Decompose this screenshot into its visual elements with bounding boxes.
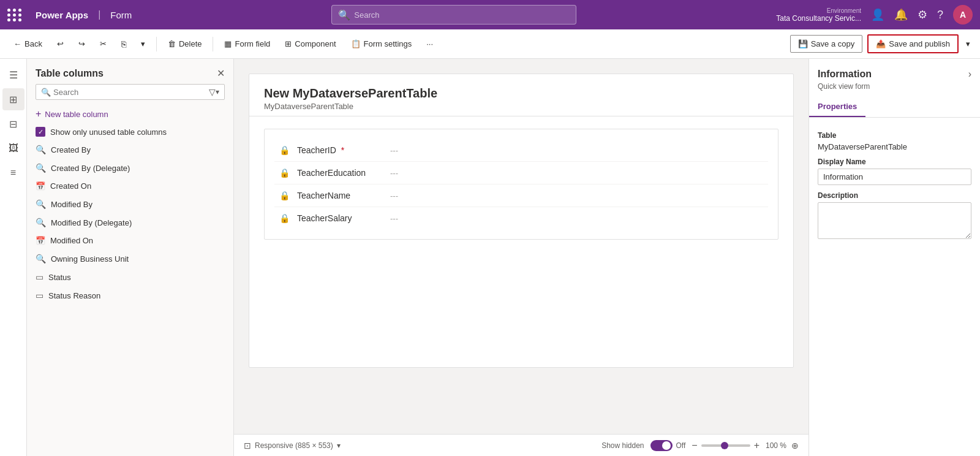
responsive-dropdown-icon: ▾ [337,441,341,450]
responsive-indicator[interactable]: ⊡ Responsive (885 × 553) ▾ [244,441,341,450]
delete-button[interactable]: 🗑 Delete [162,36,208,51]
list-item[interactable]: 🔍Modified By (Delegate) [27,213,233,232]
list-item[interactable]: 🔍Owning Business Unit [27,249,233,268]
copy-button[interactable]: ⎘ [115,36,132,52]
right-panel-subtitle: Quick view form [809,82,980,97]
save-publish-button[interactable]: 📤 Save and publish [867,34,959,53]
description-label: Description [818,191,971,200]
back-button[interactable]: ← Back [7,36,48,51]
list-item[interactable]: 🔍Created By (Delegate) [27,159,233,177]
zoom-slider[interactable] [701,444,750,447]
new-column-button[interactable]: + New table column [27,105,233,123]
search-icon: 🔍 [36,254,46,264]
columns-close-button[interactable]: ✕ [217,67,225,79]
save-publish-dropdown[interactable]: ▾ [963,36,973,51]
environment-label: Environment [776,7,861,14]
form-field-row[interactable]: 🔒 TeacherName --- [274,184,768,207]
redo-icon: ↪ [78,39,85,48]
form-card[interactable]: New MyDataverseParentTable MyDataversePa… [249,74,794,368]
help-icon[interactable]: ? [937,9,943,21]
menu-icon[interactable]: ☰ [2,64,24,86]
lock-icon: 🔒 [279,168,290,178]
bottom-controls: Show hidden Off − + 100 % ⊕ [601,440,799,451]
columns-panel-title: Table columns [36,68,104,79]
list-item[interactable]: 🔍Created By [27,140,233,159]
checkmark-icon: ✓ [38,128,43,136]
right-panel-title: Information [818,69,872,80]
right-panel-expand-icon[interactable]: › [968,69,971,80]
list-icon: ▭ [36,291,43,300]
canvas-area: New MyDataverseParentTable MyDataversePa… [234,59,809,456]
dashboard-icon[interactable]: ⊞ [2,88,24,110]
environment-name: Tata Consultancy Servic... [776,14,861,23]
columns-search-box[interactable]: 🔍 ▽ ▾ [36,84,225,100]
list-item[interactable]: ▭Status Reason [27,286,233,305]
filter-icon[interactable]: ▽ [209,87,216,97]
more-button[interactable]: ··· [420,36,439,51]
form-section: 🔒 TeacherID * --- 🔒 TeacherEducation ---… [264,129,778,240]
canvas-inner: New MyDataverseParentTable MyDataversePa… [234,59,809,434]
description-textarea[interactable] [818,202,971,239]
lock-icon: 🔒 [279,213,290,223]
form-settings-button[interactable]: 📋 Form settings [345,36,418,51]
form-field-row[interactable]: 🔒 TeacherSalary --- [274,207,768,229]
image-icon[interactable]: 🖼 [2,137,24,159]
undo-button[interactable]: ↩ [51,36,70,51]
bell-icon[interactable]: 🔔 [894,8,908,21]
zoom-minus-button[interactable]: − [692,440,697,451]
column-list: 🔍Created By🔍Created By (Delegate)📅Create… [27,140,233,456]
icon-strip: ☰ ⊞ ⊟ 🖼 ≡ [0,59,27,456]
zoom-thumb[interactable] [721,442,728,449]
topbar-separator: | [98,9,100,20]
gear-icon[interactable]: ⚙ [918,8,927,21]
column-name: Modified On [50,236,93,245]
list-item[interactable]: 📅Modified On [27,232,233,249]
filter-dropdown-icon[interactable]: ▾ [216,88,219,96]
toolbar: ← Back ↩ ↪ ✂ ⎘ ▾ 🗑 Delete ▦ Form field ⊞… [0,29,980,59]
display-name-label: Display Name [818,158,971,166]
list-item[interactable]: 🔍Modified By [27,195,233,213]
bottom-bar: ⊡ Responsive (885 × 553) ▾ Show hidden O… [234,434,809,456]
form-field-button[interactable]: ▦ Form field [218,36,276,51]
table-icon[interactable]: ⊟ [2,113,24,135]
person-icon[interactable]: 👤 [871,8,884,21]
form-field-row[interactable]: 🔒 TeacherEducation --- [274,162,768,184]
list-item[interactable]: ▭Status [27,268,233,286]
cut-button[interactable]: ✂ [94,36,113,51]
columns-search-input[interactable] [53,88,209,97]
copy-dropdown-button[interactable]: ▾ [135,36,151,51]
show-hidden-label: Show hidden [601,441,644,450]
show-unused-checkbox[interactable]: ✓ [36,127,45,137]
component-button[interactable]: ⊞ Component [279,36,342,51]
show-hidden-toggle[interactable]: Off [650,440,686,451]
show-unused-row[interactable]: ✓ Show only unused table columns [27,123,233,140]
apps-icon[interactable] [7,9,22,21]
app-name: Power Apps [36,10,88,20]
back-icon: ← [13,39,21,48]
toolbar-divider-2 [213,37,213,51]
topbar: Power Apps | Form 🔍 Environment Tata Con… [0,0,980,29]
search-input[interactable] [354,10,570,20]
tab-properties[interactable]: Properties [809,97,865,117]
toolbar-divider-1 [156,37,157,51]
layers-icon[interactable]: ≡ [2,162,24,184]
column-name: Owning Business Unit [51,254,129,264]
calendar-icon: 📅 [36,181,45,191]
redo-button[interactable]: ↪ [72,36,91,51]
search-icon: 🔍 [338,9,350,21]
search-box[interactable]: 🔍 [331,5,576,25]
list-item[interactable]: 📅Created On [27,177,233,195]
save-copy-button[interactable]: 💾 Save a copy [790,35,863,53]
chevron-down-icon: ▾ [141,39,145,48]
fullscreen-icon[interactable]: ⊕ [791,441,799,450]
toggle-knob [662,441,671,450]
toggle-switch[interactable] [650,440,673,451]
column-name: Created By (Delegate) [51,164,130,173]
display-name-input[interactable] [818,169,971,185]
zoom-plus-button[interactable]: + [754,440,760,451]
form-field-row[interactable]: 🔒 TeacherID * --- [274,139,768,162]
search-icon: 🔍 [36,199,46,209]
user-avatar[interactable]: A [953,5,973,25]
right-panel-body: Table MyDataverseParentTable Display Nam… [809,118,980,456]
form-subtitle: MyDataverseParentTable [264,102,778,111]
